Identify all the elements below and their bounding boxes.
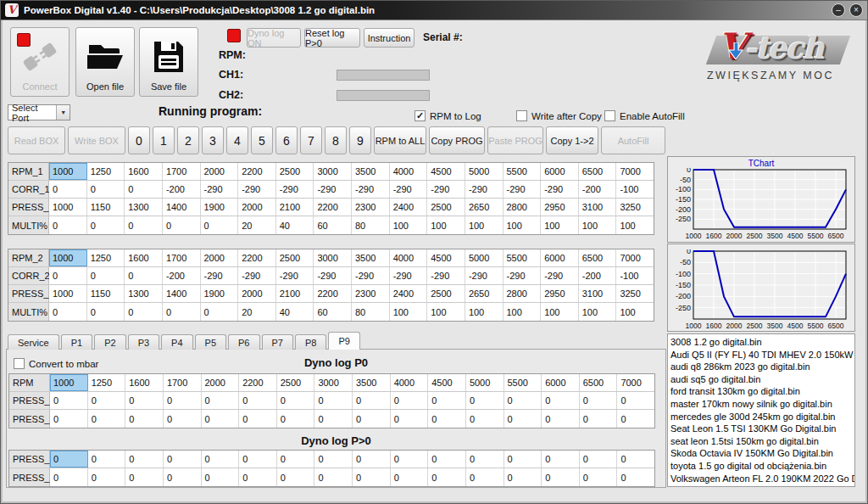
- table-cell[interactable]: 2200: [314, 285, 352, 302]
- table-cell[interactable]: -290: [504, 267, 542, 284]
- rpm-to-log-checkbox-box[interactable]: [415, 110, 426, 121]
- table-cell[interactable]: 0: [202, 410, 240, 428]
- table-cell[interactable]: 2650: [465, 199, 504, 216]
- table-cell[interactable]: 1000: [49, 163, 87, 180]
- file-list-item[interactable]: toyota 1.5 go digital od obciążenia.bin: [670, 460, 854, 473]
- table-cell[interactable]: 0: [125, 392, 164, 409]
- table-cell[interactable]: 0: [125, 181, 163, 198]
- file-list-item[interactable]: Audi Q5 II (FY FL) 40 TDI MHEV 2.0 150kW…: [670, 349, 854, 361]
- table-cell[interactable]: 0: [125, 410, 164, 428]
- table-cell[interactable]: 0: [277, 410, 315, 428]
- table-cell[interactable]: 2200: [238, 249, 276, 266]
- table-cell[interactable]: 6500: [580, 374, 618, 391]
- table-cell[interactable]: 0: [504, 392, 542, 409]
- table-cell[interactable]: -290: [276, 267, 314, 284]
- table-cell[interactable]: 100: [541, 303, 579, 321]
- table-cell[interactable]: 0: [125, 451, 164, 468]
- table-cell[interactable]: 2500: [427, 285, 465, 302]
- table-cell[interactable]: -290: [201, 267, 239, 284]
- table-cell[interactable]: 1700: [163, 249, 201, 266]
- table-cell[interactable]: 0: [466, 451, 504, 468]
- table-cell[interactable]: 2100: [276, 199, 314, 216]
- table-cell[interactable]: 1400: [163, 199, 201, 216]
- table-cell[interactable]: 2300: [352, 285, 390, 302]
- paste-prog-button[interactable]: Paste PROG: [487, 126, 543, 154]
- table-cell[interactable]: 0: [542, 410, 580, 428]
- table-cell[interactable]: 7000: [616, 163, 654, 180]
- file-list-item[interactable]: audi q8 286km 2023 go digital.bin: [670, 361, 854, 373]
- table-cell[interactable]: -290: [276, 181, 314, 198]
- select-port-dropdown[interactable]: Select Port ▼: [8, 104, 70, 120]
- table-cell[interactable]: 6000: [542, 374, 580, 391]
- table-cell[interactable]: -290: [314, 267, 352, 284]
- table-cell[interactable]: -200: [579, 267, 617, 284]
- table-cell[interactable]: 0: [125, 468, 164, 486]
- table-cell[interactable]: 6000: [541, 163, 579, 180]
- write-after-copy-checkbox[interactable]: Write after Copy: [516, 110, 602, 121]
- table-cell[interactable]: 0: [239, 451, 277, 468]
- table-cell[interactable]: 1700: [164, 374, 202, 391]
- rpm-to-log-checkbox[interactable]: RPM to Log: [415, 110, 481, 121]
- table-cell[interactable]: 40: [276, 303, 314, 321]
- tab-p9[interactable]: P9: [328, 332, 359, 350]
- table-cell[interactable]: 0: [353, 410, 391, 428]
- table-cell[interactable]: 1150: [87, 285, 125, 302]
- digit-button-5[interactable]: 5: [251, 126, 273, 154]
- table-cell[interactable]: 0: [580, 392, 618, 409]
- digit-button-0[interactable]: 0: [128, 126, 150, 154]
- table-cell[interactable]: 0: [617, 392, 654, 409]
- instruction-button[interactable]: Instruction: [364, 28, 415, 48]
- dyno-log-on-button[interactable]: Dyno log ON: [247, 28, 301, 48]
- tab-p1[interactable]: P1: [61, 334, 92, 350]
- table-cell[interactable]: 5000: [466, 374, 504, 391]
- table-cell[interactable]: 0: [466, 468, 504, 486]
- table-cell[interactable]: 0: [87, 303, 125, 321]
- table-cell[interactable]: 3100: [579, 285, 617, 302]
- table-cell[interactable]: 0: [428, 410, 466, 428]
- table-cell[interactable]: 100: [616, 303, 654, 321]
- table-cell[interactable]: -290: [465, 267, 504, 284]
- table-cell[interactable]: 0: [277, 451, 315, 468]
- table-cell[interactable]: 0: [164, 392, 202, 409]
- table-cell[interactable]: 6500: [579, 249, 617, 266]
- table-cell[interactable]: 0: [580, 451, 618, 468]
- table-cell[interactable]: 0: [580, 410, 618, 428]
- table-cell[interactable]: 4500: [427, 163, 465, 180]
- table-cell[interactable]: 0: [50, 451, 88, 468]
- save-file-button[interactable]: Save file: [139, 27, 198, 97]
- table-cell[interactable]: -290: [201, 181, 239, 198]
- table-cell[interactable]: -100: [616, 181, 654, 198]
- table-cell[interactable]: 40: [276, 216, 314, 234]
- table-cell[interactable]: 5000: [465, 163, 504, 180]
- open-file-button[interactable]: Open file: [75, 27, 135, 97]
- table-cell[interactable]: 100: [465, 303, 504, 321]
- table-cell[interactable]: -200: [163, 267, 201, 284]
- table-cell[interactable]: 0: [353, 392, 391, 409]
- table-cell[interactable]: 0: [239, 392, 277, 409]
- table-cell[interactable]: 0: [49, 181, 87, 198]
- table-cell[interactable]: 0: [88, 392, 126, 409]
- table-cell[interactable]: 4500: [427, 249, 465, 266]
- write-box-button[interactable]: Write BOX: [68, 126, 125, 154]
- tab-p8[interactable]: P8: [295, 334, 326, 350]
- table-cell[interactable]: 0: [201, 216, 239, 234]
- table-cell[interactable]: 2000: [238, 199, 276, 216]
- reset-log-button[interactable]: Reset log P>0: [304, 28, 360, 48]
- table-cell[interactable]: 100: [427, 303, 465, 321]
- digit-button-6[interactable]: 6: [275, 126, 298, 154]
- table-cell[interactable]: 0: [88, 451, 126, 468]
- tab-service[interactable]: Service: [8, 334, 59, 350]
- table-cell[interactable]: -100: [616, 267, 654, 284]
- table-cell[interactable]: -290: [352, 267, 390, 284]
- table-cell[interactable]: 3100: [579, 199, 617, 216]
- table-cell[interactable]: 100: [390, 303, 428, 321]
- table-cell[interactable]: -290: [541, 181, 579, 198]
- table-cell[interactable]: 5500: [504, 163, 542, 180]
- table-cell[interactable]: 2500: [276, 163, 314, 180]
- table-cell[interactable]: 4000: [390, 163, 428, 180]
- table-cell[interactable]: 0: [125, 267, 163, 284]
- table-cell[interactable]: 60: [314, 216, 352, 234]
- table-cell[interactable]: -200: [163, 181, 201, 198]
- copy-1-2-button[interactable]: Copy 1->2: [546, 126, 598, 154]
- table-cell[interactable]: 100: [616, 216, 654, 234]
